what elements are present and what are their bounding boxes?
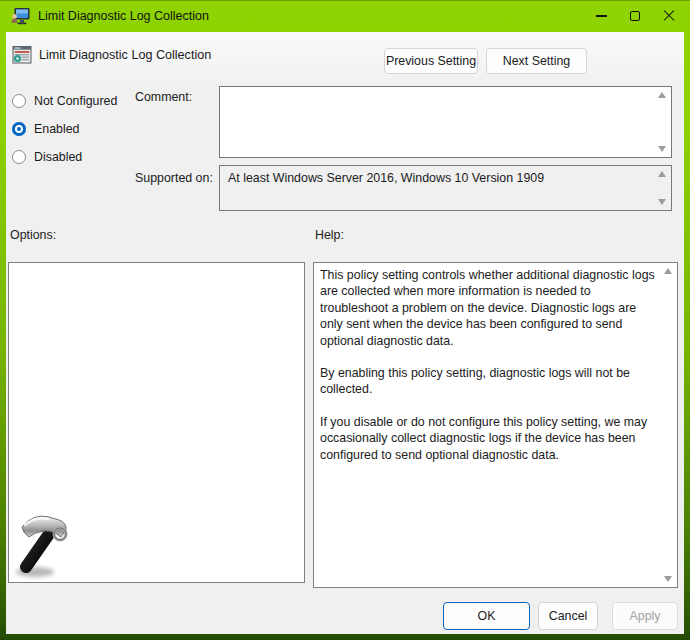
radio-label: Disabled (34, 150, 82, 164)
comment-label: Comment: (135, 90, 192, 104)
radio-disabled[interactable]: Disabled (12, 147, 82, 167)
policy-title: Limit Diagnostic Log Collection (39, 48, 211, 62)
minimize-button[interactable] (584, 0, 618, 32)
ok-button[interactable]: OK (443, 602, 530, 630)
supported-on-value: At least Windows Server 2016, Windows 10… (228, 171, 649, 185)
policy-setting-icon (12, 45, 32, 65)
supported-on-label: Supported on: (135, 171, 213, 185)
help-paragraph: By enabling this policy setting, diagnos… (320, 365, 655, 398)
help-label: Help: (315, 228, 344, 242)
computer-icon (11, 7, 30, 26)
hammer-icon (13, 510, 71, 580)
comment-input[interactable] (219, 86, 672, 158)
help-panel: This policy setting controls whether add… (313, 262, 678, 588)
radio-label: Enabled (34, 122, 79, 136)
scroll-up-icon[interactable] (658, 171, 666, 177)
scroll-down-icon[interactable] (658, 199, 666, 205)
dialog-body: Limit Diagnostic Log Collection Previous… (6, 32, 684, 634)
maximize-icon (630, 11, 640, 21)
help-paragraph: If you disable or do not configure this … (320, 414, 655, 463)
radio-enabled[interactable]: Enabled (12, 119, 79, 139)
scroll-up-icon[interactable] (658, 92, 666, 98)
options-panel (8, 262, 305, 583)
maximize-button[interactable] (618, 0, 652, 32)
options-label: Options: (10, 228, 56, 242)
close-icon (663, 10, 675, 22)
help-text: This policy setting controls whether add… (320, 267, 655, 479)
previous-setting-button[interactable]: Previous Setting (384, 48, 478, 74)
close-button[interactable] (652, 0, 686, 32)
policy-setting-window: Limit Diagnostic Log Collection Limit Di… (0, 0, 690, 640)
radio-circle-selected-icon (12, 122, 26, 136)
radio-not-configured[interactable]: Not Configured (12, 91, 117, 111)
next-setting-button[interactable]: Next Setting (486, 48, 587, 74)
supported-on-box: At least Windows Server 2016, Windows 10… (219, 165, 672, 211)
help-paragraph: This policy setting controls whether add… (320, 267, 655, 349)
cancel-button[interactable]: Cancel (538, 602, 598, 630)
titlebar[interactable]: Limit Diagnostic Log Collection (0, 0, 690, 32)
apply-button[interactable]: Apply (612, 602, 678, 630)
radio-label: Not Configured (34, 94, 117, 108)
scroll-down-icon[interactable] (664, 576, 672, 582)
help-scrollbar[interactable] (660, 264, 676, 586)
radio-circle-icon (12, 150, 26, 164)
radio-circle-icon (12, 94, 26, 108)
minimize-icon (596, 15, 607, 16)
scroll-up-icon[interactable] (664, 268, 672, 274)
window-title: Limit Diagnostic Log Collection (38, 9, 209, 23)
scroll-down-icon[interactable] (658, 146, 666, 152)
supported-scrollbar[interactable] (654, 167, 670, 209)
comment-scrollbar[interactable] (654, 88, 670, 156)
